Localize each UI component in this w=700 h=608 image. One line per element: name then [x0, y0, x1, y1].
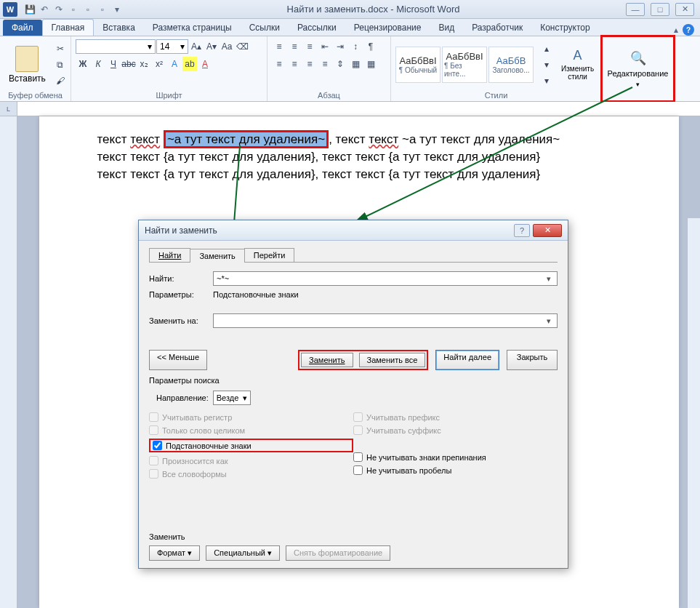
close-button[interactable]: ✕ [675, 3, 694, 16]
check-whole-word: Только слово целиком [149, 425, 353, 435]
replace-input[interactable]: ▾ [213, 313, 558, 328]
style-heading[interactable]: АаБбВЗаголово... [488, 47, 534, 83]
help-icon[interactable]: ? [683, 24, 694, 36]
save-icon[interactable]: 💾 [23, 3, 36, 16]
qat-btn-1[interactable]: ▫ [67, 3, 80, 16]
font-size-select[interactable]: 14▾ [156, 39, 188, 54]
change-styles-label: Изменить стили [561, 65, 594, 81]
group-font: ▾ 14▾ A▴ A▾ Aa ⌫ Ж К Ч abc x₂ x² A ab A … [71, 36, 267, 101]
tab-mailings[interactable]: Рассылки [289, 20, 345, 36]
borders-icon[interactable]: ▦ [363, 57, 378, 71]
grow-font-icon[interactable]: A▴ [189, 39, 204, 54]
tab-developer[interactable]: Разработчик [463, 20, 531, 36]
format-painter-icon[interactable]: 🖌 [53, 73, 68, 88]
bullets-icon[interactable]: ≡ [272, 39, 286, 54]
tab-view[interactable]: Вид [430, 20, 463, 36]
close-button-dialog[interactable]: Закрыть [507, 350, 558, 370]
minimize-button[interactable]: — [626, 3, 645, 16]
params-value: Подстановочные знаки [213, 290, 299, 299]
horizontal-ruler[interactable] [17, 102, 700, 116]
copy-icon[interactable]: ⧉ [53, 57, 68, 72]
tab-home[interactable]: Главная [42, 19, 94, 36]
superscript-button[interactable]: x² [152, 57, 166, 71]
check-ignore-punct[interactable]: Не учитывать знаки препинания [353, 452, 558, 462]
styles-down-icon[interactable]: ▾ [539, 57, 554, 72]
align-left-icon[interactable]: ≡ [272, 57, 286, 71]
vertical-scrollbar[interactable] [687, 218, 700, 608]
editing-label[interactable]: Редактирование [608, 69, 669, 78]
dialog-titlebar[interactable]: Найти и заменить ? ✕ [139, 220, 568, 241]
underline-button[interactable]: Ч [106, 57, 121, 71]
justify-icon[interactable]: ≡ [318, 57, 332, 71]
check-wildcards[interactable]: Подстановочные знаки [153, 441, 252, 450]
find-input[interactable]: ~*~▾ [213, 271, 558, 286]
styles-more-icon[interactable]: ▾ [539, 73, 554, 88]
find-next-button[interactable]: Найти далее [435, 350, 499, 370]
less-button[interactable]: << Меньше [149, 350, 207, 370]
strike-button[interactable]: abc [121, 57, 136, 71]
sort-icon[interactable]: ↕ [348, 39, 363, 54]
linespacing-icon[interactable]: ⇕ [333, 57, 347, 71]
clear-format-icon[interactable]: ⌫ [235, 39, 249, 54]
font-family-select[interactable]: ▾ [76, 39, 156, 54]
align-right-icon[interactable]: ≡ [302, 57, 317, 71]
qat-customize-icon[interactable]: ▾ [110, 3, 124, 16]
ribbon: Вставить ✂ ⧉ 🖌 Буфер обмена ▾ 14▾ A▴ A▾ … [0, 36, 700, 102]
tab-file[interactable]: Файл [3, 20, 42, 36]
check-ignore-spaces[interactable]: Не учитывать пробелы [353, 465, 558, 475]
indent-icon[interactable]: ⇥ [333, 39, 347, 54]
replace-dropdown-icon[interactable]: ▾ [544, 316, 554, 326]
italic-button[interactable]: К [91, 57, 105, 71]
qat-btn-2[interactable]: ▫ [81, 3, 94, 16]
direction-select[interactable]: Везде▾ [213, 391, 252, 405]
replace-buttons-highlight: Заменить Заменить все [298, 350, 428, 370]
paste-button[interactable]: Вставить [4, 44, 50, 85]
text-effects-icon[interactable]: A [167, 57, 182, 71]
change-styles-icon: A [574, 48, 582, 63]
styles-up-icon[interactable]: ▴ [539, 41, 554, 56]
undo-icon[interactable]: ↶ [38, 3, 51, 16]
ribbon-collapse-icon[interactable]: ▴ [674, 25, 678, 35]
tab-layout[interactable]: Разметка страницы [144, 20, 241, 36]
bold-button[interactable]: Ж [76, 57, 90, 71]
find-dropdown-icon[interactable]: ▾ [544, 274, 554, 284]
tab-references[interactable]: Ссылки [241, 20, 289, 36]
replace-button[interactable]: Заменить [301, 353, 353, 367]
check-case: Учитывать регистр [149, 412, 353, 422]
styles-gallery[interactable]: АаБбВвІ¶ Обычный АаБбВвІ¶ Без инте... Аа… [395, 47, 534, 83]
redo-icon[interactable]: ↷ [52, 3, 65, 16]
pilcrow-icon[interactable]: ¶ [363, 39, 378, 54]
vertical-ruler[interactable] [0, 116, 17, 608]
tab-goto[interactable]: Перейти [244, 248, 295, 262]
format-button[interactable]: Формат ▾ [149, 545, 200, 561]
find-icon[interactable]: 🔍 [630, 50, 646, 66]
tab-replace[interactable]: Заменить [190, 249, 244, 263]
dialog-close-button[interactable]: ✕ [533, 224, 562, 237]
dialog-help-button[interactable]: ? [514, 224, 530, 237]
footer-label: Заменить [149, 532, 558, 541]
style-normal[interactable]: АаБбВвІ¶ Обычный [395, 47, 440, 83]
tab-find[interactable]: Найти [149, 248, 190, 262]
tab-review[interactable]: Рецензирование [345, 20, 430, 36]
align-center-icon[interactable]: ≡ [287, 57, 302, 71]
subscript-button[interactable]: x₂ [137, 57, 151, 71]
style-nospacing[interactable]: АаБбВвІ¶ Без инте... [442, 47, 487, 83]
group-paragraph-label: Абзац [272, 89, 386, 100]
tab-insert[interactable]: Вставка [94, 20, 144, 36]
outdent-icon[interactable]: ⇤ [318, 39, 332, 54]
editing-dropdown-icon[interactable]: ▾ [636, 81, 640, 88]
tab-design[interactable]: Конструктор [531, 20, 598, 36]
change-styles-button[interactable]: A Изменить стили [557, 47, 598, 82]
change-case-icon[interactable]: Aa [220, 39, 234, 54]
font-color-icon[interactable]: A [198, 57, 212, 71]
highlight-icon[interactable]: ab [182, 57, 197, 71]
shrink-font-icon[interactable]: A▾ [204, 39, 219, 54]
multilevel-icon[interactable]: ≡ [302, 39, 317, 54]
numbering-icon[interactable]: ≡ [287, 39, 302, 54]
shading-icon[interactable]: ▦ [348, 57, 363, 71]
special-button[interactable]: Специальный ▾ [206, 545, 280, 561]
maximize-button[interactable]: □ [651, 3, 669, 16]
replace-all-button[interactable]: Заменить все [359, 353, 426, 367]
cut-icon[interactable]: ✂ [53, 41, 68, 56]
qat-btn-3[interactable]: ▫ [96, 3, 109, 16]
